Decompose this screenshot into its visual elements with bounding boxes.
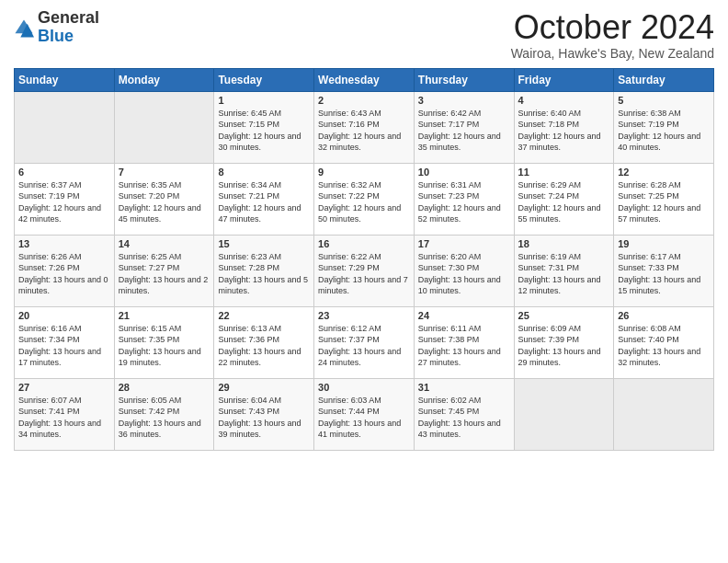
day-number: 23 xyxy=(318,310,410,321)
day-sunrise: Sunrise: 6:03 AMSunset: 7:44 PMDaylight:… xyxy=(318,396,401,440)
page: General Blue October 2024 Wairoa, Hawke'… xyxy=(0,0,728,563)
day-cell-3-3: 23 Sunrise: 6:12 AMSunset: 7:37 PMDaylig… xyxy=(314,306,415,378)
day-number: 5 xyxy=(618,95,710,106)
col-thursday: Thursday xyxy=(414,68,514,91)
day-cell-4-1: 28 Sunrise: 6:05 AMSunset: 7:42 PMDaylig… xyxy=(114,378,214,450)
day-number: 2 xyxy=(318,95,410,106)
day-sunrise: Sunrise: 6:13 AMSunset: 7:36 PMDaylight:… xyxy=(218,324,301,368)
week-row-2: 6 Sunrise: 6:37 AMSunset: 7:19 PMDayligh… xyxy=(15,163,714,235)
day-cell-3-2: 22 Sunrise: 6:13 AMSunset: 7:36 PMDaylig… xyxy=(214,306,314,378)
day-cell-1-3: 9 Sunrise: 6:32 AMSunset: 7:22 PMDayligh… xyxy=(314,163,415,235)
col-tuesday: Tuesday xyxy=(214,68,314,91)
day-sunrise: Sunrise: 6:31 AMSunset: 7:23 PMDaylight:… xyxy=(418,180,501,224)
day-sunrise: Sunrise: 6:15 AMSunset: 7:35 PMDaylight:… xyxy=(119,324,201,368)
day-sunrise: Sunrise: 6:11 AMSunset: 7:38 PMDaylight:… xyxy=(418,324,501,368)
day-sunrise: Sunrise: 6:20 AMSunset: 7:30 PMDaylight:… xyxy=(418,252,501,296)
day-cell-1-1: 7 Sunrise: 6:35 AMSunset: 7:20 PMDayligh… xyxy=(114,163,214,235)
day-sunrise: Sunrise: 6:25 AMSunset: 7:27 PMDaylight:… xyxy=(119,252,209,296)
day-number: 29 xyxy=(218,382,310,393)
logo-icon xyxy=(14,18,34,39)
day-number: 30 xyxy=(318,382,410,393)
day-number: 15 xyxy=(218,238,310,249)
day-cell-4-0: 27 Sunrise: 6:07 AMSunset: 7:41 PMDaylig… xyxy=(15,378,115,450)
day-sunrise: Sunrise: 6:07 AMSunset: 7:41 PMDaylight:… xyxy=(18,396,101,440)
day-sunrise: Sunrise: 6:05 AMSunset: 7:42 PMDaylight:… xyxy=(119,396,201,440)
col-sunday: Sunday xyxy=(15,68,115,91)
week-row-4: 20 Sunrise: 6:16 AMSunset: 7:34 PMDaylig… xyxy=(15,306,714,378)
day-cell-2-5: 18 Sunrise: 6:19 AMSunset: 7:31 PMDaylig… xyxy=(514,235,614,306)
day-cell-3-5: 25 Sunrise: 6:09 AMSunset: 7:39 PMDaylig… xyxy=(514,306,614,378)
day-sunrise: Sunrise: 6:22 AMSunset: 7:29 PMDaylight:… xyxy=(318,252,408,296)
col-wednesday: Wednesday xyxy=(314,68,415,91)
day-sunrise: Sunrise: 6:28 AMSunset: 7:25 PMDaylight:… xyxy=(618,180,700,224)
day-sunrise: Sunrise: 6:16 AMSunset: 7:34 PMDaylight:… xyxy=(18,324,101,368)
day-cell-1-2: 8 Sunrise: 6:34 AMSunset: 7:21 PMDayligh… xyxy=(214,163,314,235)
day-number: 26 xyxy=(618,310,710,321)
day-number: 11 xyxy=(518,167,610,178)
title-block: October 2024 Wairoa, Hawke's Bay, New Ze… xyxy=(511,9,714,61)
day-number: 10 xyxy=(418,167,510,178)
day-sunrise: Sunrise: 6:19 AMSunset: 7:31 PMDaylight:… xyxy=(518,252,601,296)
day-cell-2-2: 15 Sunrise: 6:23 AMSunset: 7:28 PMDaylig… xyxy=(214,235,314,306)
day-number: 22 xyxy=(218,310,310,321)
logo: General Blue xyxy=(14,9,99,46)
day-sunrise: Sunrise: 6:23 AMSunset: 7:28 PMDaylight:… xyxy=(218,252,308,296)
day-number: 28 xyxy=(119,382,210,393)
day-number: 16 xyxy=(318,238,410,249)
day-sunrise: Sunrise: 6:32 AMSunset: 7:22 PMDaylight:… xyxy=(318,180,401,224)
col-monday: Monday xyxy=(114,68,214,91)
day-number: 14 xyxy=(119,238,210,249)
day-cell-1-0: 6 Sunrise: 6:37 AMSunset: 7:19 PMDayligh… xyxy=(15,163,115,235)
day-cell-0-5: 4 Sunrise: 6:40 AMSunset: 7:18 PMDayligh… xyxy=(514,91,614,163)
day-sunrise: Sunrise: 6:17 AMSunset: 7:33 PMDaylight:… xyxy=(618,252,700,296)
day-number: 1 xyxy=(218,95,310,106)
day-cell-0-0 xyxy=(15,91,115,163)
day-number: 13 xyxy=(18,238,110,249)
day-number: 24 xyxy=(418,310,510,321)
day-number: 19 xyxy=(618,238,710,249)
day-cell-4-5 xyxy=(514,378,614,450)
day-cell-2-3: 16 Sunrise: 6:22 AMSunset: 7:29 PMDaylig… xyxy=(314,235,415,306)
day-number: 8 xyxy=(218,167,310,178)
day-sunrise: Sunrise: 6:40 AMSunset: 7:18 PMDaylight:… xyxy=(518,109,601,153)
day-number: 27 xyxy=(18,382,110,393)
day-sunrise: Sunrise: 6:38 AMSunset: 7:19 PMDaylight:… xyxy=(618,109,700,153)
day-sunrise: Sunrise: 6:08 AMSunset: 7:40 PMDaylight:… xyxy=(618,324,700,368)
logo-blue-text: Blue xyxy=(38,28,99,46)
day-number: 4 xyxy=(518,95,610,106)
day-cell-3-1: 21 Sunrise: 6:15 AMSunset: 7:35 PMDaylig… xyxy=(114,306,214,378)
day-cell-0-6: 5 Sunrise: 6:38 AMSunset: 7:19 PMDayligh… xyxy=(614,91,714,163)
month-title: October 2024 xyxy=(511,9,714,46)
day-number: 17 xyxy=(418,238,510,249)
header-row: Sunday Monday Tuesday Wednesday Thursday… xyxy=(15,68,714,91)
day-number: 3 xyxy=(418,95,510,106)
week-row-3: 13 Sunrise: 6:26 AMSunset: 7:26 PMDaylig… xyxy=(15,235,714,306)
day-number: 21 xyxy=(119,310,210,321)
calendar-table: Sunday Monday Tuesday Wednesday Thursday… xyxy=(14,68,714,451)
day-number: 31 xyxy=(418,382,510,393)
day-sunrise: Sunrise: 6:02 AMSunset: 7:45 PMDaylight:… xyxy=(418,396,501,440)
day-sunrise: Sunrise: 6:35 AMSunset: 7:20 PMDaylight:… xyxy=(119,180,201,224)
day-cell-0-2: 1 Sunrise: 6:45 AMSunset: 7:15 PMDayligh… xyxy=(214,91,314,163)
day-number: 20 xyxy=(18,310,110,321)
day-sunrise: Sunrise: 6:34 AMSunset: 7:21 PMDaylight:… xyxy=(218,180,301,224)
day-cell-1-4: 10 Sunrise: 6:31 AMSunset: 7:23 PMDaylig… xyxy=(414,163,514,235)
header: General Blue October 2024 Wairoa, Hawke'… xyxy=(14,9,714,61)
week-row-5: 27 Sunrise: 6:07 AMSunset: 7:41 PMDaylig… xyxy=(15,378,714,450)
day-sunrise: Sunrise: 6:09 AMSunset: 7:39 PMDaylight:… xyxy=(518,324,601,368)
week-row-1: 1 Sunrise: 6:45 AMSunset: 7:15 PMDayligh… xyxy=(15,91,714,163)
day-number: 18 xyxy=(518,238,610,249)
day-sunrise: Sunrise: 6:26 AMSunset: 7:26 PMDaylight:… xyxy=(18,252,108,296)
day-cell-2-4: 17 Sunrise: 6:20 AMSunset: 7:30 PMDaylig… xyxy=(414,235,514,306)
day-number: 12 xyxy=(618,167,710,178)
day-cell-0-3: 2 Sunrise: 6:43 AMSunset: 7:16 PMDayligh… xyxy=(314,91,415,163)
day-number: 9 xyxy=(318,167,410,178)
day-cell-2-6: 19 Sunrise: 6:17 AMSunset: 7:33 PMDaylig… xyxy=(614,235,714,306)
location: Wairoa, Hawke's Bay, New Zealand xyxy=(511,46,714,61)
day-cell-3-4: 24 Sunrise: 6:11 AMSunset: 7:38 PMDaylig… xyxy=(414,306,514,378)
day-sunrise: Sunrise: 6:12 AMSunset: 7:37 PMDaylight:… xyxy=(318,324,401,368)
day-cell-3-6: 26 Sunrise: 6:08 AMSunset: 7:40 PMDaylig… xyxy=(614,306,714,378)
day-cell-4-4: 31 Sunrise: 6:02 AMSunset: 7:45 PMDaylig… xyxy=(414,378,514,450)
day-number: 7 xyxy=(119,167,210,178)
day-cell-4-6 xyxy=(614,378,714,450)
